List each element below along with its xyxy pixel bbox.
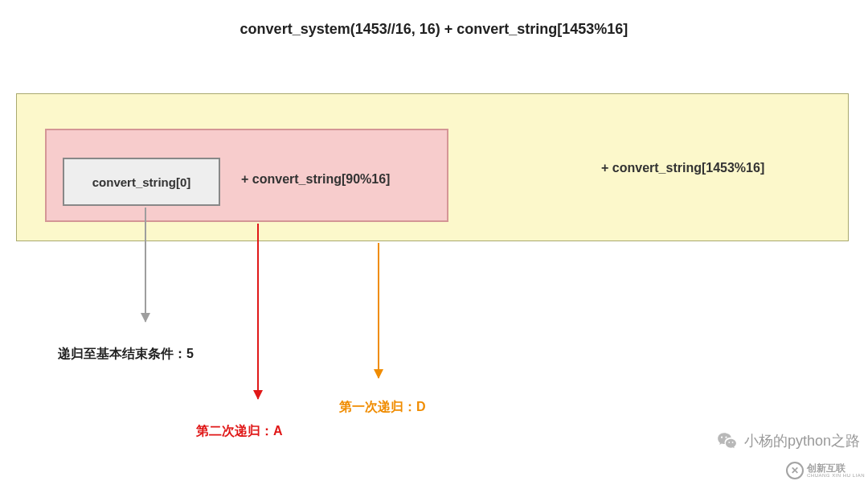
outer-plus-text: + convert_string[1453%16] <box>601 161 764 175</box>
arrow-orange <box>378 243 379 378</box>
inner-plus-text: + convert_string[90%16] <box>241 172 390 187</box>
corner-en: CHUANG XIN HU LIAN <box>807 473 865 478</box>
corner-cn: 创新互联 <box>807 463 865 473</box>
label-base-case: 递归至基本结束条件：5 <box>58 346 194 363</box>
wechat-signature: 小杨的python之路 <box>715 430 860 452</box>
wechat-text: 小杨的python之路 <box>744 431 860 450</box>
label-second-recursion: 第二次递归：A <box>196 423 283 440</box>
base-case-text: convert_string[0] <box>92 175 191 189</box>
base-case-box: convert_string[0] <box>63 158 220 206</box>
arrow-red <box>257 224 259 399</box>
label-first-recursion: 第一次递归：D <box>339 399 426 416</box>
corner-watermark: ✕ 创新互联 CHUANG XIN HU LIAN <box>786 462 865 479</box>
wechat-icon <box>715 430 738 452</box>
diagram-title: convert_system(1453//16, 16) + convert_s… <box>0 21 868 38</box>
corner-logo-icon: ✕ <box>786 462 804 479</box>
arrow-grey <box>145 208 146 322</box>
